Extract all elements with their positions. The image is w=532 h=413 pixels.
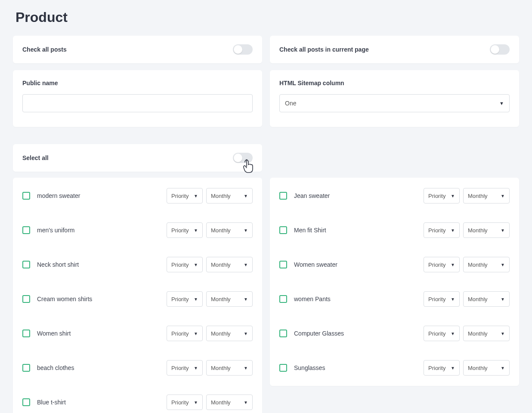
chevron-down-icon: ▼ (244, 228, 248, 233)
chevron-down-icon: ▼ (244, 400, 248, 405)
frequency-select[interactable]: Monthly▼ (206, 222, 253, 238)
chevron-down-icon: ▼ (499, 101, 504, 106)
frequency-select[interactable]: Monthly▼ (463, 222, 510, 238)
chevron-down-icon: ▼ (244, 366, 248, 370)
frequency-select[interactable]: Monthly▼ (463, 291, 510, 307)
product-name-label: Men fit Shirt (294, 227, 326, 234)
sitemap-column-label: HTML Sitemap column (279, 80, 510, 86)
product-row: women PantsPriority▼Monthly▼ (270, 283, 519, 317)
priority-select[interactable]: Priority▼ (167, 188, 203, 203)
product-checkbox[interactable] (22, 330, 30, 337)
chevron-down-icon: ▼ (451, 194, 455, 198)
frequency-select[interactable]: Monthly▼ (206, 395, 253, 410)
product-name-label: Neck short shirt (37, 261, 79, 268)
priority-select[interactable]: Priority▼ (424, 257, 460, 272)
priority-select[interactable]: Priority▼ (167, 291, 203, 307)
chevron-down-icon: ▼ (451, 366, 455, 370)
priority-select[interactable]: Priority▼ (424, 188, 460, 203)
public-name-card: Public name (13, 70, 262, 127)
chevron-down-icon: ▼ (244, 262, 248, 267)
chevron-down-icon: ▼ (501, 228, 505, 233)
product-row: beach clothesPriority▼Monthly▼ (13, 351, 262, 386)
check-all-posts-card: Check all posts (13, 36, 262, 63)
frequency-select[interactable]: Monthly▼ (206, 360, 253, 376)
product-row: Computer GlassesPriority▼Monthly▼ (270, 317, 519, 351)
priority-select[interactable]: Priority▼ (167, 326, 203, 341)
chevron-down-icon: ▼ (244, 297, 248, 302)
chevron-down-icon: ▼ (501, 331, 505, 336)
product-row: men's uniformPriority▼Monthly▼ (13, 214, 262, 248)
frequency-select[interactable]: Monthly▼ (463, 188, 510, 203)
product-checkbox[interactable] (279, 261, 287, 268)
frequency-select[interactable]: Monthly▼ (206, 291, 253, 307)
sitemap-column-select[interactable]: One ▼ (279, 94, 510, 112)
product-name-label: Blue t-shirt (37, 399, 66, 406)
product-name-label: beach clothes (37, 364, 74, 371)
priority-select[interactable]: Priority▼ (424, 222, 460, 238)
frequency-select[interactable]: Monthly▼ (463, 326, 510, 341)
product-row: Blue t-shirtPriority▼Monthly▼ (13, 386, 262, 413)
check-all-current-label: Check all posts in current page (279, 46, 369, 53)
product-list-right: Jean sweaterPriority▼Monthly▼Men fit Shi… (270, 178, 519, 386)
product-row: Women sweaterPriority▼Monthly▼ (270, 248, 519, 283)
frequency-select[interactable]: Monthly▼ (206, 326, 253, 341)
chevron-down-icon: ▼ (451, 331, 455, 336)
product-name-label: modern sweater (37, 192, 80, 199)
product-name-label: Women shirt (37, 330, 71, 337)
product-row: Men fit ShirtPriority▼Monthly▼ (270, 214, 519, 248)
frequency-select[interactable]: Monthly▼ (463, 360, 510, 376)
select-all-card: Select all (13, 144, 262, 172)
product-checkbox[interactable] (279, 192, 287, 200)
product-checkbox[interactable] (22, 295, 30, 303)
product-checkbox[interactable] (22, 226, 30, 234)
check-all-posts-label: Check all posts (22, 46, 67, 53)
product-name-label: women Pants (294, 296, 331, 302)
priority-select[interactable]: Priority▼ (424, 291, 460, 307)
priority-select[interactable]: Priority▼ (167, 257, 203, 272)
priority-select[interactable]: Priority▼ (424, 326, 460, 341)
chevron-down-icon: ▼ (194, 228, 198, 233)
chevron-down-icon: ▼ (501, 297, 505, 302)
product-checkbox[interactable] (22, 364, 30, 372)
product-row: SunglassesPriority▼Monthly▼ (270, 351, 519, 386)
priority-select[interactable]: Priority▼ (167, 222, 203, 238)
chevron-down-icon: ▼ (501, 366, 505, 370)
product-checkbox[interactable] (279, 330, 287, 337)
frequency-select[interactable]: Monthly▼ (206, 188, 253, 203)
chevron-down-icon: ▼ (244, 331, 248, 336)
sitemap-column-card: HTML Sitemap column One ▼ (270, 70, 519, 127)
check-all-posts-toggle[interactable] (233, 44, 253, 55)
frequency-select[interactable]: Monthly▼ (206, 257, 253, 272)
product-row: Cream women shirtsPriority▼Monthly▼ (13, 283, 262, 317)
product-checkbox[interactable] (22, 192, 30, 200)
chevron-down-icon: ▼ (194, 366, 198, 370)
product-list-left: modern sweaterPriority▼Monthly▼men's uni… (13, 178, 262, 413)
chevron-down-icon: ▼ (194, 262, 198, 267)
product-checkbox[interactable] (22, 261, 30, 268)
public-name-label: Public name (22, 80, 253, 86)
public-name-input[interactable] (22, 94, 253, 112)
frequency-select[interactable]: Monthly▼ (463, 257, 510, 272)
priority-select[interactable]: Priority▼ (167, 360, 203, 376)
priority-select[interactable]: Priority▼ (167, 395, 203, 410)
chevron-down-icon: ▼ (501, 194, 505, 198)
product-row: Jean sweaterPriority▼Monthly▼ (270, 178, 519, 214)
chevron-down-icon: ▼ (194, 297, 198, 302)
product-name-label: Women sweater (294, 261, 337, 268)
product-checkbox[interactable] (22, 398, 30, 406)
product-name-label: men's uniform (37, 227, 74, 234)
product-name-label: Sunglasses (294, 364, 325, 371)
select-all-toggle[interactable] (233, 153, 253, 163)
check-all-current-toggle[interactable] (490, 44, 510, 55)
chevron-down-icon: ▼ (501, 262, 505, 267)
product-row: modern sweaterPriority▼Monthly▼ (13, 178, 262, 214)
product-name-label: Jean sweater (294, 192, 330, 199)
product-checkbox[interactable] (279, 364, 287, 372)
priority-select[interactable]: Priority▼ (424, 360, 460, 376)
chevron-down-icon: ▼ (451, 262, 455, 267)
product-checkbox[interactable] (279, 295, 287, 303)
chevron-down-icon: ▼ (194, 400, 198, 405)
sitemap-column-value: One (285, 100, 296, 107)
product-checkbox[interactable] (279, 226, 287, 234)
select-all-label: Select all (22, 154, 49, 161)
